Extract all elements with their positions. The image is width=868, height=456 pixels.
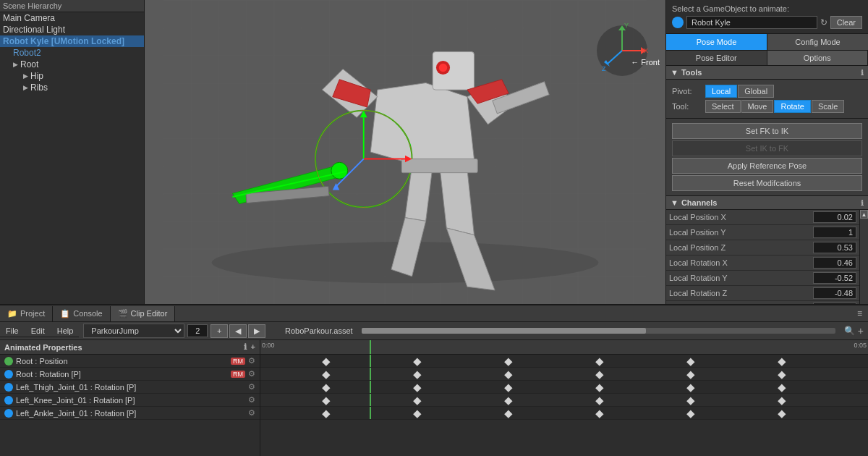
hierarchy-item[interactable]: Robot2 [0, 47, 144, 59]
keyframe[interactable] [778, 384, 786, 392]
keyframe[interactable] [778, 371, 786, 379]
channels-scroll-up[interactable]: ▲ [860, 210, 868, 219]
keyframe[interactable] [686, 358, 694, 366]
animated-props-info-icon[interactable]: ℹ [244, 342, 247, 352]
apply-ref-pose-button[interactable]: Apply Reference Pose [672, 158, 862, 174]
timeline-scrollbar-thumb[interactable] [362, 328, 646, 334]
keyframe[interactable] [595, 358, 603, 366]
scale-tool-button[interactable]: Scale [812, 100, 845, 113]
prop-gear-icon[interactable]: ⚙ [248, 382, 255, 392]
file-menu-button[interactable]: File [0, 325, 25, 337]
keyframe[interactable] [504, 384, 512, 392]
reset-mods-button[interactable]: Reset Modifcations [672, 175, 862, 191]
keyframe[interactable] [322, 384, 330, 392]
timeline-row-cursor [370, 381, 371, 393]
channel-value[interactable] [813, 242, 856, 253]
hierarchy-item[interactable]: ▶Root [0, 59, 144, 70]
prop-item[interactable]: Root : PositionRM⚙ [0, 355, 260, 368]
bottom-tab-project[interactable]: 📁 Project [0, 306, 53, 321]
config-mode-button[interactable]: Config Mode [767, 34, 868, 50]
prop-item[interactable]: Left_Knee_Joint_01 : Rotation [P]⚙ [0, 394, 260, 407]
channel-value[interactable] [813, 303, 856, 304]
channels-info-icon[interactable]: ℹ [861, 199, 864, 207]
channel-value[interactable] [813, 287, 856, 299]
keyframe[interactable] [322, 371, 330, 379]
keyframe[interactable] [322, 358, 330, 366]
keyframe[interactable] [322, 397, 330, 405]
keyframe[interactable] [595, 397, 603, 405]
gameobject-input[interactable] [686, 16, 817, 29]
animated-props-header: Animated Properties ℹ + [0, 340, 260, 355]
hierarchy-item[interactable]: ▶Ribs [0, 82, 144, 93]
prop-gear-icon[interactable]: ⚙ [248, 356, 255, 366]
hierarchy-item[interactable]: Robot Kyle [UMotion Locked] [0, 35, 144, 47]
edit-menu-button[interactable]: Edit [25, 325, 51, 337]
channel-row: Local Rotation X [666, 256, 859, 271]
keyframe[interactable] [413, 384, 421, 392]
channel-value[interactable] [813, 211, 856, 223]
keyframe[interactable] [778, 358, 786, 366]
pivot-local-button[interactable]: Local [705, 85, 737, 98]
search-icon[interactable]: 🔍 [844, 326, 855, 336]
keyframe[interactable] [504, 371, 512, 379]
bottom-tab-clip-editor[interactable]: 🎬 Clip Editor [111, 306, 176, 321]
keyframe[interactable] [778, 410, 786, 418]
tab-options[interactable]: Options [767, 51, 869, 65]
channel-value[interactable] [813, 257, 856, 269]
keyframe[interactable] [686, 384, 694, 392]
prop-gear-icon[interactable]: ⚙ [248, 369, 255, 379]
channels-scrollbar[interactable]: ▲ ▼ [859, 210, 868, 304]
animated-props-add-icon[interactable]: + [251, 342, 255, 352]
keyframe[interactable] [778, 397, 786, 405]
keyframe[interactable] [413, 358, 421, 366]
clip-count-input[interactable] [187, 324, 208, 337]
mode-row: Pose Mode Config Mode [666, 34, 868, 51]
add-prop-button[interactable]: + [210, 324, 228, 338]
prop-item[interactable]: Left_Ankle_Joint_01 : Rotation [P]⚙ [0, 407, 260, 420]
prev-icon: ◀ [235, 326, 241, 335]
keyframe[interactable] [595, 371, 603, 379]
select-tool-button[interactable]: Select [705, 100, 741, 113]
hierarchy-item[interactable]: ▶Hip [0, 70, 144, 82]
keyframe[interactable] [504, 410, 512, 418]
keyframe[interactable] [413, 410, 421, 418]
keyframe[interactable] [413, 371, 421, 379]
channel-value[interactable] [813, 272, 856, 284]
gameobject-refresh-icon[interactable]: ↻ [820, 17, 827, 28]
set-fk-ik-button[interactable]: Set FK to IK [672, 123, 862, 139]
bottom-close-button[interactable]: ≡ [851, 305, 868, 321]
keyframe[interactable] [595, 384, 603, 392]
bottom-tab-console[interactable]: 📋 Console [53, 306, 110, 321]
keyframe[interactable] [322, 410, 330, 418]
prev-button[interactable]: ◀ [229, 324, 247, 338]
pose-mode-button[interactable]: Pose Mode [666, 34, 767, 50]
svg-text:Y: Y [624, 22, 629, 29]
keyframe[interactable] [686, 397, 694, 405]
channel-value[interactable] [813, 227, 856, 238]
timeline-scrollbar-track[interactable] [362, 328, 835, 334]
keyframe[interactable] [504, 358, 512, 366]
keyframe[interactable] [504, 397, 512, 405]
next-button[interactable]: ▶ [248, 324, 265, 338]
hierarchy-item[interactable]: Main Camera [0, 12, 144, 24]
pivot-global-button[interactable]: Global [738, 85, 774, 98]
rotate-tool-button[interactable]: Rotate [774, 100, 810, 113]
keyframe[interactable] [686, 371, 694, 379]
clear-button[interactable]: Clear [830, 16, 862, 29]
keyframe[interactable] [686, 410, 694, 418]
hierarchy-item[interactable]: Directional Light [0, 24, 144, 35]
prop-item[interactable]: Left_Thigh_Joint_01 : Rotation [P]⚙ [0, 381, 260, 394]
move-tool-button[interactable]: Move [741, 100, 774, 113]
keyframe[interactable] [595, 410, 603, 418]
prop-gear-icon[interactable]: ⚙ [248, 408, 255, 418]
keyframe[interactable] [413, 397, 421, 405]
timeline-row-cursor [370, 355, 371, 367]
prop-gear-icon[interactable]: ⚙ [248, 395, 255, 405]
time-cursor[interactable] [370, 340, 371, 354]
tab-pose-editor[interactable]: Pose Editor [666, 51, 767, 65]
tools-info-icon[interactable]: ℹ [861, 69, 864, 77]
help-menu-button[interactable]: Help [51, 325, 80, 337]
prop-item[interactable]: Root : Rotation [P]RM⚙ [0, 368, 260, 381]
plus-timeline-icon[interactable]: + [858, 325, 864, 337]
clip-name-select[interactable]: ParkourJump [83, 324, 184, 338]
